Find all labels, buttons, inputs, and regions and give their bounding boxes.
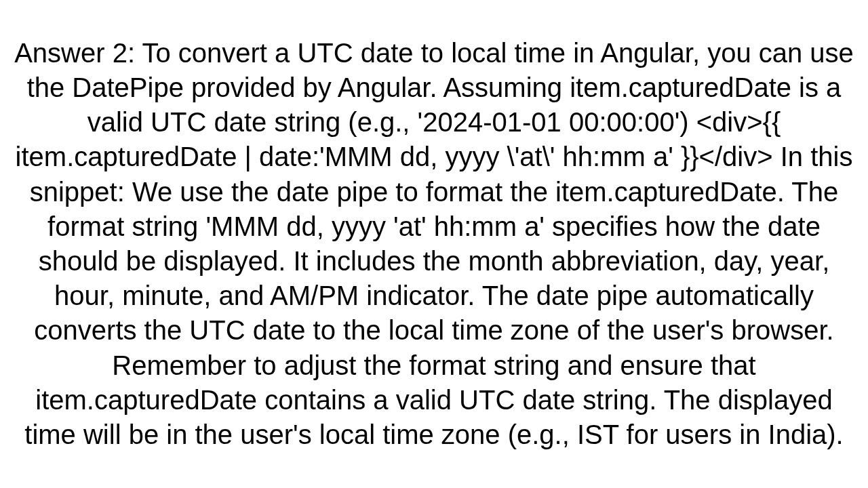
answer-text-block: Answer 2: To convert a UTC date to local… bbox=[14, 36, 854, 452]
